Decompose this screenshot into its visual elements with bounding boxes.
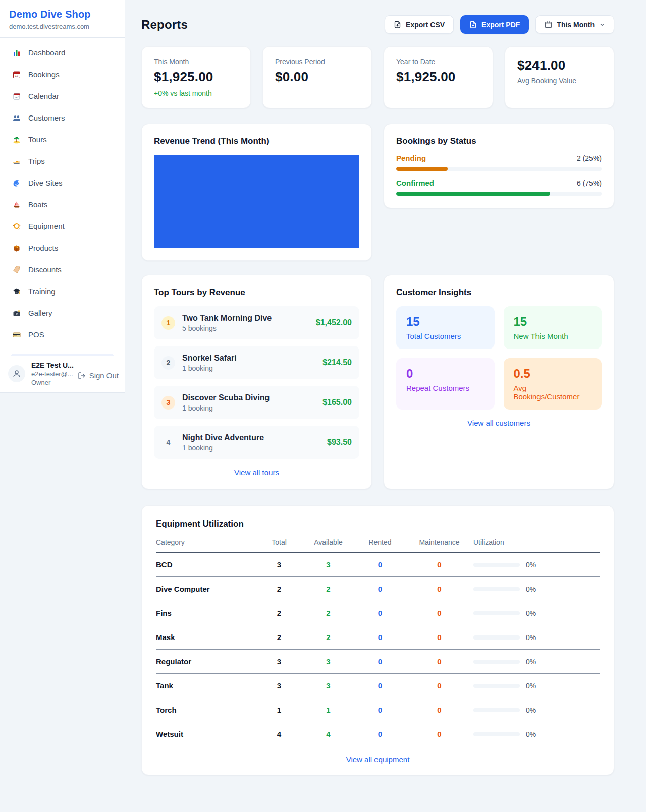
sidebar-item-equipment[interactable]: Equipment — [5, 215, 120, 237]
equipment-table-header: Category Total Available Rented Maintena… — [156, 538, 600, 553]
customer-insights-panel: Customer Insights 15 Total Customers 15 … — [384, 275, 614, 489]
main-content: Reports Export CSV Export PDF This Month… — [141, 0, 614, 775]
sidebar-item-dive-sites[interactable]: Dive Sites — [5, 172, 120, 194]
stat-card-previous-period: Previous Period $0.00 — [262, 46, 372, 108]
utilization-bar — [473, 708, 520, 712]
stat-card-year-to-date: Year to Date $1,925.00 — [384, 46, 493, 108]
equipment-row-tank: Tank 3 3 0 0 0% — [156, 674, 600, 698]
user-info: E2E Test U... e2e-tester@... Owner — [31, 361, 74, 386]
tour-list: 1 Two Tank Morning Dive 5 bookings $1,45… — [154, 306, 359, 459]
utilization-bar — [473, 732, 520, 736]
sidebar-item-dashboard[interactable]: Dashboard — [5, 42, 120, 64]
stat-card-avg-booking-value: Avg Booking Value $241.00 — [505, 46, 614, 108]
equipment-row-wetsuit: Wetsuit 4 4 0 0 0% — [156, 722, 600, 746]
insight-new-this-month: 15 New This Month — [504, 306, 602, 349]
progress-track — [396, 167, 602, 171]
calendar-date-icon: 17 — [12, 70, 21, 79]
utilization-bar — [473, 635, 520, 640]
equipment-row-dive-computer: Dive Computer 2 2 0 0 0% — [156, 577, 600, 601]
speedboat-icon — [12, 157, 21, 165]
people-icon — [12, 113, 21, 122]
calendar-icon — [545, 21, 552, 28]
sidebar-item-boats[interactable]: Boats — [5, 194, 120, 215]
utilization-bar — [473, 587, 520, 591]
view-all-customers-link[interactable]: View all customers — [467, 419, 530, 427]
revenue-trend-chart — [154, 155, 359, 248]
top-tours-panel: Top Tours by Revenue 1 Two Tank Morning … — [141, 275, 372, 489]
utilization-bar — [473, 660, 520, 664]
sidebar: Demo Dive Shop demo.test.divestreams.com… — [0, 0, 125, 393]
utilization-bar — [473, 684, 520, 688]
sidebar-item-gallery[interactable]: Gallery — [5, 302, 120, 324]
progress-fill-pending — [396, 167, 448, 171]
file-download-icon — [394, 21, 401, 28]
page-header: Reports Export CSV Export PDF This Month — [141, 0, 614, 34]
sidebar-item-customers[interactable]: Customers — [5, 107, 120, 129]
credit-card-icon — [12, 330, 21, 339]
sidebar-item-discounts[interactable]: Discounts — [5, 259, 120, 280]
user-role: Owner — [31, 379, 74, 386]
utilization-bar — [473, 611, 520, 615]
sidebar-item-trips[interactable]: Trips — [5, 150, 120, 172]
tag-icon — [12, 265, 21, 274]
tour-list-item[interactable]: 4 Night Dive Adventure 1 booking $93.50 — [154, 426, 359, 459]
tear-off-calendar-icon — [12, 92, 21, 100]
export-pdf-button[interactable]: Export PDF — [460, 15, 529, 34]
sidebar-header: Demo Dive Shop demo.test.divestreams.com — [0, 0, 125, 38]
bookings-by-status-panel: Bookings by Status Pending 2 (25%) Confi… — [384, 124, 614, 208]
wave-icon — [12, 179, 21, 187]
stat-cards: This Month $1,925.00 +0% vs last month P… — [141, 46, 614, 108]
insight-total-customers: 15 Total Customers — [396, 306, 495, 349]
view-all-tours-link[interactable]: View all tours — [234, 468, 279, 477]
sailboat-icon — [12, 200, 21, 209]
sign-out-icon — [78, 372, 86, 380]
rank-badge: 2 — [162, 356, 175, 370]
package-icon — [12, 244, 21, 252]
page-title: Reports — [141, 18, 188, 32]
graduation-cap-icon — [12, 287, 21, 296]
header-actions: Export CSV Export PDF This Month — [385, 15, 614, 34]
tour-list-item[interactable]: 3 Discover Scuba Diving 1 booking $165.0… — [154, 386, 359, 419]
rank-badge: 3 — [162, 396, 175, 410]
delta-badge: +0% vs last month — [154, 89, 238, 97]
sidebar-item-bookings[interactable]: 17 Bookings — [5, 64, 120, 85]
period-select[interactable]: This Month — [535, 15, 614, 34]
progress-fill-confirmed — [396, 192, 550, 196]
equipment-utilization-panel: Equipment Utilization Category Total Ava… — [141, 505, 614, 775]
export-csv-button[interactable]: Export CSV — [385, 15, 454, 34]
insight-avg-bookings: 0.5 Avg Bookings/Customer — [504, 358, 602, 410]
view-all-equipment-link[interactable]: View all equipment — [346, 755, 410, 764]
sidebar-item-training[interactable]: Training — [5, 280, 120, 302]
chevron-down-icon — [599, 22, 605, 28]
tour-list-item[interactable]: 1 Two Tank Morning Dive 5 bookings $1,45… — [154, 306, 359, 339]
file-download-icon — [469, 21, 477, 28]
tour-list-item[interactable]: 2 Snorkel Safari 1 booking $214.50 — [154, 346, 359, 379]
rank-badge: 4 — [162, 436, 175, 449]
sidebar-item-pos[interactable]: POS — [5, 324, 120, 345]
shop-name: Demo Dive Shop — [9, 9, 116, 20]
user-name: E2E Test U... — [31, 361, 74, 369]
equipment-row-fins: Fins 2 2 0 0 0% — [156, 601, 600, 625]
sidebar-nav: Dashboard 17 Bookings Calendar Customers… — [0, 38, 125, 360]
status-row-confirmed: Confirmed 6 (75%) — [396, 179, 602, 196]
sidebar-item-products[interactable]: Products — [5, 237, 120, 259]
sidebar-item-calendar[interactable]: Calendar — [5, 85, 120, 107]
equipment-row-mask: Mask 2 2 0 0 0% — [156, 625, 600, 650]
camera-icon — [12, 309, 21, 317]
user-avatar-icon — [12, 369, 21, 378]
revenue-trend-panel: Revenue Trend (This Month) — [141, 124, 372, 261]
equipment-row-torch: Torch 1 1 0 0 0% — [156, 698, 600, 722]
avatar — [8, 365, 25, 382]
equipment-row-bcd: BCD 3 3 0 0 0% — [156, 553, 600, 577]
dive-mask-icon — [12, 222, 21, 230]
sidebar-item-tours[interactable]: Tours — [5, 129, 120, 150]
svg-text:17: 17 — [15, 74, 19, 77]
rank-badge: 1 — [162, 316, 175, 330]
sign-out-button[interactable]: Sign Out — [78, 371, 119, 380]
progress-track — [396, 192, 602, 196]
equipment-row-regulator: Regulator 3 3 0 0 0% — [156, 650, 600, 674]
island-icon — [12, 135, 21, 144]
utilization-bar — [473, 563, 520, 567]
insight-grid: 15 Total Customers 15 New This Month 0 R… — [396, 306, 602, 410]
shop-domain: demo.test.divestreams.com — [9, 23, 116, 30]
